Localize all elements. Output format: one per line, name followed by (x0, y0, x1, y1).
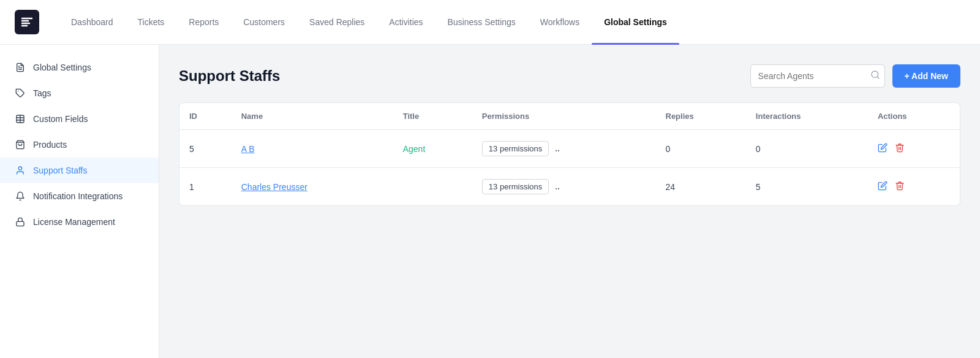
staff-table: ID Name Title Permissions Replies Intera… (179, 103, 960, 205)
svg-point-8 (18, 167, 21, 170)
cell-replies-2: 24 (656, 168, 746, 206)
table-icon (15, 113, 26, 124)
nav-global-settings[interactable]: Global Settings (592, 0, 679, 45)
search-input[interactable] (758, 71, 865, 81)
sidebar-item-global-settings[interactable]: Global Settings (0, 55, 159, 80)
nav-workflows[interactable]: Workflows (528, 0, 592, 45)
cell-interactions-2: 5 (746, 168, 868, 206)
col-actions: Actions (868, 103, 960, 130)
permission-badge-1[interactable]: 13 permissions (482, 141, 549, 156)
nav-customers[interactable]: Customers (231, 0, 297, 45)
cell-title-1: Agent (393, 130, 472, 168)
lock-icon (15, 216, 26, 227)
user-icon (15, 165, 26, 176)
nav-saved-replies[interactable]: Saved Replies (297, 0, 377, 45)
nav-tickets[interactable]: Tickets (126, 0, 177, 45)
search-box[interactable] (750, 64, 885, 88)
edit-icon-2[interactable] (878, 181, 888, 192)
col-title: Title (393, 103, 472, 130)
sidebar-label-custom-fields: Custom Fields (33, 114, 88, 124)
sidebar-item-tags[interactable]: Tags (0, 80, 159, 106)
col-id: ID (179, 103, 232, 130)
nav-business-settings[interactable]: Business Settings (435, 0, 528, 45)
table-row: 1 Charles Preusser 13 permissions .. (179, 168, 960, 206)
permission-text-2: 13 permissions (489, 182, 542, 191)
cell-actions-2 (868, 168, 960, 206)
nav-items: Dashboard Tickets Reports Customers Save… (59, 0, 965, 45)
sidebar-label-tags: Tags (33, 88, 51, 98)
sidebar-item-support-staffs[interactable]: Support Staffs (0, 158, 159, 183)
dots-1: .. (555, 143, 560, 153)
sidebar-label-notification-integrations: Notification Integrations (33, 191, 123, 201)
nav-activities[interactable]: Activities (377, 0, 435, 45)
permission-text-1: 13 permissions (489, 144, 542, 153)
main-content: Support Staffs + Add New (159, 45, 980, 358)
cell-actions-1 (868, 130, 960, 168)
add-new-button[interactable]: + Add New (892, 64, 960, 88)
action-icons-1 (878, 143, 950, 154)
table-row: 5 A B Agent 13 permissions .. (179, 130, 960, 168)
action-icons-2 (878, 181, 950, 192)
sidebar-label-global-settings: Global Settings (33, 63, 91, 72)
agent-link-2[interactable]: Charles Preusser (241, 182, 307, 192)
edit-icon-1[interactable] (878, 143, 888, 154)
permission-badge-2[interactable]: 13 permissions (482, 179, 549, 194)
sidebar-item-custom-fields[interactable]: Custom Fields (0, 106, 159, 132)
delete-icon-1[interactable] (895, 143, 905, 154)
cell-replies-1: 0 (656, 130, 746, 168)
dots-2: .. (555, 181, 560, 191)
cell-permissions-2: 13 permissions .. (472, 168, 656, 206)
header-right: + Add New (750, 64, 960, 88)
nav-reports[interactable]: Reports (176, 0, 231, 45)
delete-icon-2[interactable] (895, 181, 905, 192)
main-header: Support Staffs + Add New (179, 64, 960, 88)
svg-line-11 (877, 77, 879, 78)
sidebar: Global Settings Tags Custom Fields (0, 45, 159, 358)
layout: Global Settings Tags Custom Fields (0, 45, 980, 358)
bell-icon (15, 191, 26, 202)
cell-name-1[interactable]: A B (232, 130, 393, 168)
nav-dashboard[interactable]: Dashboard (59, 0, 126, 45)
agent-title-1: Agent (403, 144, 426, 154)
tag-icon (15, 88, 26, 99)
sidebar-label-products: Products (33, 140, 67, 150)
cell-permissions-1: 13 permissions .. (472, 130, 656, 168)
col-name: Name (232, 103, 393, 130)
svg-rect-9 (17, 221, 24, 226)
col-replies: Replies (656, 103, 746, 130)
agent-link-1[interactable]: A B (241, 144, 255, 154)
cell-name-2[interactable]: Charles Preusser (232, 168, 393, 206)
top-nav: Dashboard Tickets Reports Customers Save… (0, 0, 980, 45)
bag-icon (15, 139, 26, 150)
cell-title-2 (393, 168, 472, 206)
sidebar-item-products[interactable]: Products (0, 132, 159, 158)
sidebar-item-notification-integrations[interactable]: Notification Integrations (0, 183, 159, 209)
cell-id-2: 1 (179, 168, 232, 206)
cell-interactions-1: 0 (746, 130, 868, 168)
sidebar-label-license-management: License Management (33, 217, 115, 227)
search-icon (870, 70, 880, 82)
file-icon (15, 62, 26, 73)
col-permissions: Permissions (472, 103, 656, 130)
page-title: Support Staffs (179, 67, 280, 85)
table-header-row: ID Name Title Permissions Replies Intera… (179, 103, 960, 130)
sidebar-label-support-staffs: Support Staffs (33, 166, 87, 175)
col-interactions: Interactions (746, 103, 868, 130)
sidebar-item-license-management[interactable]: License Management (0, 209, 159, 235)
table-container: ID Name Title Permissions Replies Intera… (179, 102, 960, 206)
logo[interactable] (15, 10, 39, 34)
cell-id-1: 5 (179, 130, 232, 168)
